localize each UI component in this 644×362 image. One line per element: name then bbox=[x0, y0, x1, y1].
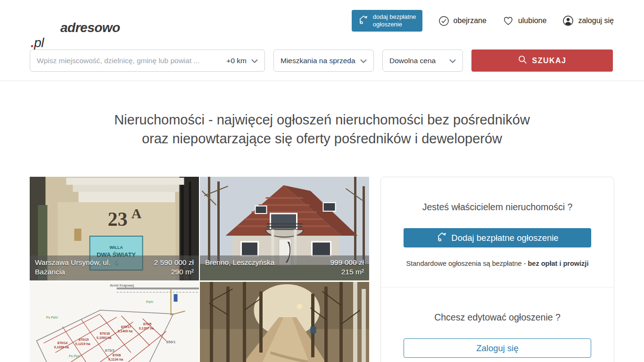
search-icon bbox=[518, 55, 528, 66]
listing-caption: Brenno, Leszczyńska 999 000 zł 215 m² bbox=[200, 255, 369, 280]
add-listing-large-label: Dodaj bezpłatne ogłoszenie bbox=[451, 233, 558, 243]
listing-card-4[interactable]: Otwock Świder, ul. 950 000 zł bbox=[200, 282, 369, 362]
nav-item-viewed[interactable]: obejrzane bbox=[438, 16, 487, 26]
chevron-down-icon bbox=[251, 57, 258, 65]
svg-text:870/15: 870/15 bbox=[79, 338, 89, 341]
radius-select[interactable]: +0 km bbox=[222, 57, 258, 65]
page-title: Nieruchomości - najwięcej ogłoszeń nieru… bbox=[0, 110, 644, 148]
svg-text:PsIV: PsIV bbox=[146, 300, 153, 304]
svg-text:0,1134 ha: 0,1134 ha bbox=[108, 358, 123, 362]
listing-location: Warszawa Ursynów, ul. Bażancia bbox=[35, 258, 124, 277]
owner-panel: Jesteś właścicielem nieruchomości ? Doda… bbox=[380, 177, 614, 362]
main-content: 23 A WILLA DWA ŚWIATY ⚓ Warszawa Ursynów… bbox=[0, 177, 644, 362]
owner-panel-title: Jesteś właścicielem nieruchomości ? bbox=[404, 202, 591, 213]
svg-text:870/14: 870/14 bbox=[58, 341, 68, 345]
nav-item-login[interactable]: zaloguj się bbox=[562, 15, 614, 26]
svg-text:870/16: 870/16 bbox=[100, 332, 110, 335]
category-select[interactable]: Mieszkania na sprzeda bbox=[273, 49, 374, 72]
header-divider bbox=[0, 81, 644, 81]
user-icon bbox=[562, 15, 574, 26]
svg-text:0,1207 ha: 0,1207 ha bbox=[139, 327, 154, 330]
svg-text:Armii Krajowej: Armii Krajowej bbox=[110, 283, 134, 288]
listing-figures: 2 590 000 zł 290 m² bbox=[154, 258, 194, 277]
nav-item-label: zaloguj się bbox=[578, 16, 614, 25]
logo[interactable]: adresowo.pl bbox=[31, 0, 150, 50]
nav-item-label: obejrzane bbox=[454, 16, 487, 25]
owner-panel-note: Standardowe ogłoszenia są bezpłatne - be… bbox=[404, 260, 591, 267]
listing-area: 215 m² bbox=[330, 267, 364, 277]
svg-text:0,1409 ha: 0,1409 ha bbox=[118, 329, 133, 333]
listing-card-2[interactable]: Brenno, Leszczyńska 999 000 zł 215 m² bbox=[200, 177, 369, 280]
price-value: Dowolna cena bbox=[389, 57, 436, 65]
header-nav: dodaj bezpłatne ogłoszenie obejrzane ulu… bbox=[352, 10, 614, 32]
chevron-down-icon bbox=[449, 57, 456, 65]
svg-text:870/8: 870/8 bbox=[113, 354, 121, 357]
svg-text:0,1098 ha: 0,1098 ha bbox=[54, 346, 69, 349]
price-select[interactable]: Dowolna cena bbox=[382, 49, 463, 72]
login-button[interactable]: Zaloguj się bbox=[404, 338, 591, 358]
nav-item-favorites[interactable]: ulubione bbox=[503, 16, 547, 26]
search-bar: +0 km Mieszkania na sprzeda Dowolna cena… bbox=[0, 49, 644, 72]
nav-item-label: ulubione bbox=[518, 16, 547, 25]
edit-section: Chcesz edytować ogłoszenie ? Zaloguj się… bbox=[381, 287, 614, 362]
owner-section: Jesteś właścicielem nieruchomości ? Doda… bbox=[381, 177, 614, 287]
add-listing-label: dodaj bezpłatne ogłoszenie bbox=[373, 13, 416, 29]
svg-text:Ps PsIV: Ps PsIV bbox=[46, 316, 58, 319]
svg-text:656/1: 656/1 bbox=[166, 340, 176, 344]
house-add-icon bbox=[436, 231, 448, 245]
radius-value: +0 km bbox=[226, 57, 247, 65]
login-button-label: Zaloguj się bbox=[476, 343, 518, 354]
svg-text:WILLA: WILLA bbox=[109, 245, 123, 250]
listing-location: Brenno, Leszczyńska bbox=[205, 258, 274, 277]
heart-icon bbox=[503, 16, 514, 26]
logo-main: adresowo bbox=[31, 20, 150, 35]
listing-photo-forest-road bbox=[200, 282, 369, 362]
chevron-down-icon bbox=[360, 57, 367, 65]
header: adresowo.pl dodaj bezpłatne ogłoszenie bbox=[0, 0, 644, 41]
listing-price: 2 590 000 zł bbox=[154, 258, 194, 268]
location-field: +0 km bbox=[30, 49, 265, 72]
house-add-icon bbox=[358, 14, 369, 27]
listing-card-3[interactable]: Armii Krajowej 870/140,1098 ha 870/150,1… bbox=[30, 282, 199, 362]
edit-panel-title: Chcesz edytować ogłoszenie ? bbox=[404, 312, 591, 323]
location-input[interactable] bbox=[37, 57, 222, 65]
logo-tld: pl bbox=[34, 35, 44, 50]
svg-text:870/5: 870/5 bbox=[143, 322, 152, 326]
page-title-line1: Nieruchomości - najwięcej ogłoszeń nieru… bbox=[0, 110, 644, 129]
svg-text:Ps PsV: Ps PsV bbox=[69, 354, 80, 358]
listing-figures: 999 000 zł 215 m² bbox=[330, 258, 364, 277]
listing-photo-plot-map: Armii Krajowej 870/140,1098 ha 870/150,1… bbox=[30, 282, 199, 362]
listing-area: 290 m² bbox=[154, 267, 194, 277]
svg-text:875/3: 875/3 bbox=[105, 348, 115, 353]
svg-text:0,1093 ha: 0,1093 ha bbox=[97, 336, 112, 340]
svg-text:0,1219 ha: 0,1219 ha bbox=[75, 342, 91, 346]
add-listing-button-small[interactable]: dodaj bezpłatne ogłoszenie bbox=[352, 10, 422, 32]
listings-grid: 23 A WILLA DWA ŚWIATY ⚓ Warszawa Ursynów… bbox=[30, 177, 369, 362]
svg-text:870/17: 870/17 bbox=[121, 325, 132, 329]
listing-card-1[interactable]: 23 A WILLA DWA ŚWIATY ⚓ Warszawa Ursynów… bbox=[30, 177, 199, 280]
listing-caption: Warszawa Ursynów, ul. Bażancia 2 590 000… bbox=[30, 255, 199, 280]
listing-price: 999 000 zł bbox=[330, 258, 364, 268]
page-title-line2: oraz niepowtarzające się oferty pośredni… bbox=[0, 129, 644, 148]
search-button-label: SZUKAJ bbox=[532, 57, 566, 65]
check-circle-icon bbox=[438, 16, 449, 26]
add-listing-button-large[interactable]: Dodaj bezpłatne ogłoszenie bbox=[404, 228, 591, 247]
svg-text:A: A bbox=[132, 206, 142, 221]
svg-text:23: 23 bbox=[108, 208, 128, 230]
category-value: Mieszkania na sprzeda bbox=[281, 57, 355, 65]
search-button[interactable]: SZUKAJ bbox=[471, 49, 613, 72]
